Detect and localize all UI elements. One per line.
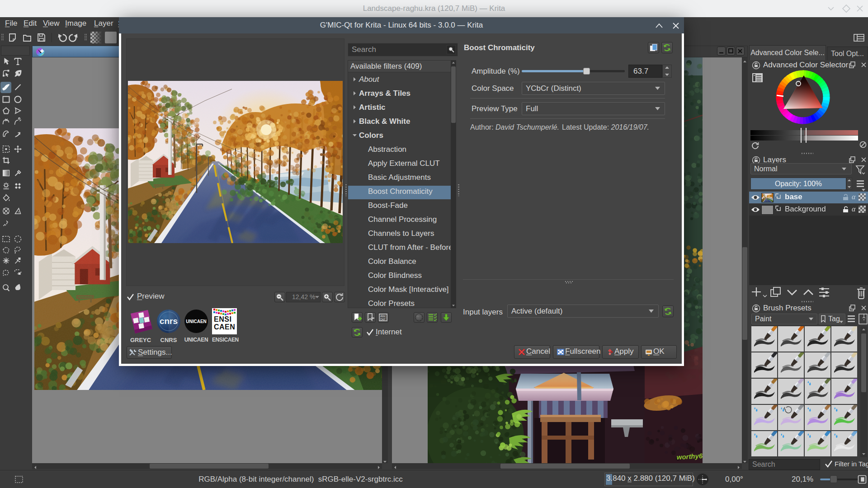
- svg-text:Def: Def: [380, 318, 385, 321]
- svg-text:cnrs: cnrs: [160, 316, 178, 326]
- svg-text:ENSI: ENSI: [214, 315, 231, 323]
- svg-text:CAEN: CAEN: [214, 323, 235, 331]
- svg-text:Abc: Abc: [380, 314, 386, 318]
- svg-text:UNICAEN: UNICAEN: [186, 319, 207, 324]
